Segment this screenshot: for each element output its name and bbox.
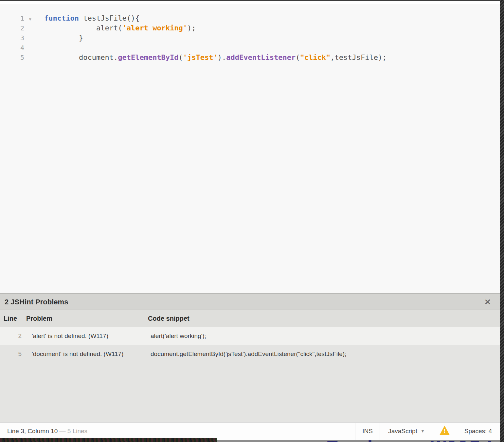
token-plain: alert( bbox=[44, 24, 122, 32]
line-number: 2 bbox=[0, 23, 24, 33]
fold-gutter: ▼ bbox=[24, 13, 36, 23]
line-number: 1 bbox=[0, 13, 24, 23]
brackets-editor-window: 1▼function testJsFile(){2 alert('alert w… bbox=[0, 0, 504, 442]
fold-gutter bbox=[24, 33, 36, 43]
code-text: } bbox=[36, 33, 83, 43]
jshint-problems-panel: 2 JSHint Problems ✕ Line Problem Code sn… bbox=[0, 293, 500, 422]
code-line[interactable]: 1▼function testJsFile(){ bbox=[0, 13, 500, 23]
line-count: 5 Lines bbox=[67, 428, 87, 434]
code-line[interactable]: 3 } bbox=[0, 33, 500, 43]
fold-gutter bbox=[24, 23, 36, 33]
token-str: 'jsTest' bbox=[183, 53, 218, 61]
language-selector[interactable]: JavaScript▼ bbox=[380, 423, 433, 440]
code-line[interactable]: 5 document.getElementById('jsTest').addE… bbox=[0, 53, 500, 62]
line-number: 3 bbox=[0, 33, 24, 43]
token-plain: ,testJsFile); bbox=[330, 53, 387, 61]
problems-table-body: 2'alert' is not defined. (W117)alert('al… bbox=[0, 327, 500, 363]
token-plain: document. bbox=[44, 53, 118, 61]
token-fn: getElementById bbox=[118, 53, 178, 61]
code-area[interactable]: 1▼function testJsFile(){2 alert('alert w… bbox=[0, 4, 500, 62]
fold-gutter bbox=[24, 43, 36, 53]
indent-value: 4 bbox=[489, 428, 492, 434]
problem-line-number: 2 bbox=[0, 327, 22, 345]
code-line[interactable]: 2 alert('alert working'); bbox=[0, 23, 500, 33]
window-top-border bbox=[0, 0, 504, 1]
token-plain: } bbox=[44, 34, 83, 42]
lint-status-indicator[interactable]: ! bbox=[433, 423, 456, 440]
code-text: document.getElementById('jsTest').addEve… bbox=[36, 53, 387, 62]
desktop-wallpaper-strip bbox=[0, 438, 217, 442]
problems-table-header: Line Problem Code snippet bbox=[0, 310, 500, 327]
fold-arrow-icon[interactable]: ▼ bbox=[29, 14, 31, 24]
token-plain: ). bbox=[218, 53, 226, 61]
token-plain: ( bbox=[179, 53, 183, 61]
problems-panel-title: 2 JSHint Problems bbox=[5, 294, 68, 310]
overwrite-mode-label: INS bbox=[362, 428, 373, 434]
problem-row[interactable]: 5'document' is not defined. (W117)docume… bbox=[0, 345, 500, 363]
fold-gutter bbox=[24, 53, 36, 62]
line-number: 5 bbox=[0, 53, 24, 62]
problem-line-number: 5 bbox=[0, 345, 22, 363]
token-plain: ); bbox=[187, 24, 196, 32]
problem-description: 'document' is not defined. (W117) bbox=[32, 345, 123, 363]
problem-description: 'alert' is not defined. (W117) bbox=[32, 327, 108, 345]
line-number: 4 bbox=[0, 43, 24, 53]
cursor-status: Line 3, Column 10 — 5 Lines bbox=[7, 423, 87, 440]
column-header-snippet: Code snippet bbox=[148, 310, 189, 327]
problem-code-snippet: alert('alert working'); bbox=[151, 327, 206, 345]
warning-exclamation: ! bbox=[439, 428, 450, 435]
code-text: function testJsFile(){ bbox=[36, 13, 139, 23]
overwrite-mode-toggle[interactable]: INS bbox=[355, 423, 380, 440]
code-text: alert('alert working'); bbox=[36, 23, 196, 33]
token-plain: testJsFile(){ bbox=[79, 14, 139, 22]
token-str: 'alert working' bbox=[122, 24, 187, 32]
screen-edge-hatch bbox=[500, 0, 504, 442]
language-label: JavaScript bbox=[388, 428, 417, 434]
token-plain: ( bbox=[296, 53, 300, 61]
status-separator: — bbox=[60, 428, 66, 434]
indent-settings[interactable]: Spaces: 4 bbox=[456, 423, 500, 440]
cursor-position: Line 3, Column 10 bbox=[7, 428, 58, 434]
indent-label: Spaces: bbox=[464, 428, 487, 434]
problem-row[interactable]: 2'alert' is not defined. (W117)alert('al… bbox=[0, 327, 500, 345]
code-text bbox=[36, 43, 44, 53]
code-line[interactable]: 4 bbox=[0, 43, 500, 53]
code-editor[interactable]: 1▼function testJsFile(){2 alert('alert w… bbox=[0, 4, 500, 293]
problems-panel-toolbar: 2 JSHint Problems ✕ bbox=[0, 294, 500, 310]
token-fn: addEventListener bbox=[226, 53, 296, 61]
problem-code-snippet: document.getElementById('jsTest').addEve… bbox=[151, 345, 346, 363]
column-header-problem: Problem bbox=[26, 310, 52, 327]
token-kw: function bbox=[44, 14, 79, 22]
column-header-line: Line bbox=[4, 310, 17, 327]
background-window-clipped-text: Turning on W117 LABS now bbox=[327, 440, 500, 442]
background-window-strip: Turning on W117 LABS now bbox=[217, 440, 500, 442]
chevron-down-icon: ▼ bbox=[417, 429, 425, 434]
token-str: "click" bbox=[300, 53, 331, 61]
close-icon[interactable]: ✕ bbox=[484, 294, 491, 310]
warning-icon: ! bbox=[439, 426, 450, 435]
